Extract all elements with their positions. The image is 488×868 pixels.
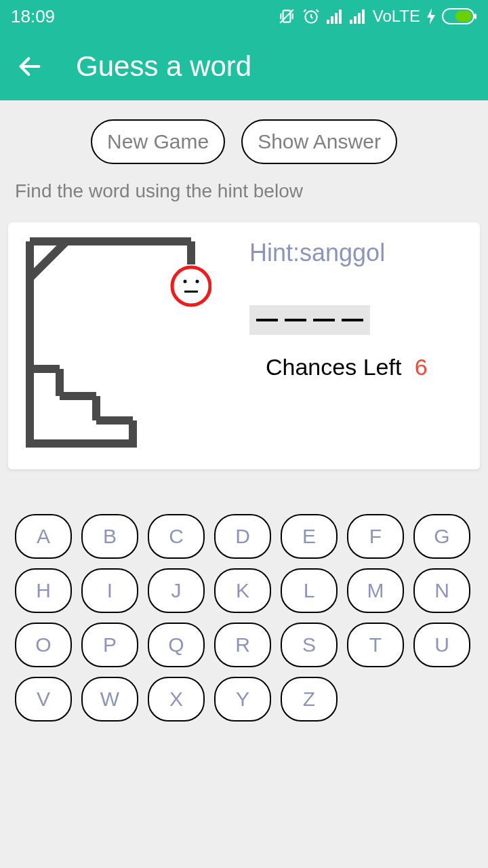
key-k[interactable]: K bbox=[214, 568, 271, 613]
key-f[interactable]: F bbox=[347, 514, 404, 559]
letter-blank bbox=[285, 319, 306, 321]
signal-icon-2 bbox=[350, 9, 366, 24]
page-title: Guess a word bbox=[76, 50, 251, 83]
key-n[interactable]: N bbox=[413, 568, 470, 613]
charging-icon bbox=[427, 8, 435, 24]
battery-icon bbox=[442, 8, 477, 24]
key-i[interactable]: I bbox=[81, 568, 138, 613]
key-l[interactable]: L bbox=[281, 568, 338, 613]
key-b[interactable]: B bbox=[81, 514, 138, 559]
key-u[interactable]: U bbox=[413, 623, 470, 667]
key-m[interactable]: M bbox=[347, 568, 404, 613]
svg-rect-5 bbox=[335, 13, 338, 24]
key-p[interactable]: P bbox=[81, 623, 138, 667]
svg-rect-9 bbox=[358, 13, 361, 24]
svg-point-27 bbox=[184, 280, 187, 283]
instruction-text: Find the word using the hint below bbox=[0, 164, 488, 202]
hangman-drawing bbox=[22, 237, 211, 450]
key-j[interactable]: J bbox=[148, 568, 205, 613]
back-arrow-icon[interactable] bbox=[16, 53, 43, 80]
key-z[interactable]: Z bbox=[281, 677, 338, 722]
game-card: Hint:sanggol Chances Left 6 bbox=[8, 222, 480, 469]
letter-keyboard: ABCDEFGHIJKLMNOPQRSTUVWXYZ bbox=[0, 514, 488, 722]
svg-line-1 bbox=[280, 9, 293, 23]
svg-point-28 bbox=[196, 280, 199, 283]
volte-label: VoLTE bbox=[373, 7, 420, 26]
vibrate-off-icon bbox=[278, 7, 296, 25]
svg-point-26 bbox=[172, 267, 210, 305]
keyboard-row: ABCDEFG bbox=[15, 514, 473, 559]
svg-line-17 bbox=[30, 241, 66, 278]
letter-blank bbox=[342, 319, 363, 321]
key-y[interactable]: Y bbox=[214, 677, 271, 722]
key-a[interactable]: A bbox=[15, 514, 72, 559]
status-icons: VoLTE bbox=[278, 7, 477, 26]
status-bar: 18:09 VoLTE bbox=[0, 0, 488, 33]
key-s[interactable]: S bbox=[281, 623, 338, 667]
letter-blank bbox=[313, 319, 335, 321]
svg-rect-6 bbox=[339, 9, 342, 24]
hint-value: sanggol bbox=[300, 239, 385, 267]
key-q[interactable]: Q bbox=[148, 623, 205, 667]
svg-rect-8 bbox=[354, 16, 357, 24]
keyboard-row: OPQRSTU bbox=[15, 623, 473, 667]
svg-rect-7 bbox=[350, 20, 352, 24]
alarm-icon bbox=[302, 7, 320, 25]
new-game-button[interactable]: New Game bbox=[91, 119, 225, 164]
key-e[interactable]: E bbox=[281, 514, 338, 559]
svg-rect-12 bbox=[455, 11, 472, 22]
hint-text: Hint:sanggol bbox=[249, 239, 385, 267]
chances-label: Chances Left bbox=[266, 354, 401, 380]
keyboard-row: VWXYZ bbox=[15, 677, 473, 722]
letter-blank bbox=[256, 319, 278, 321]
show-answer-button[interactable]: Show Answer bbox=[241, 119, 397, 164]
key-t[interactable]: T bbox=[347, 623, 404, 667]
key-r[interactable]: R bbox=[214, 623, 271, 667]
key-o[interactable]: O bbox=[15, 623, 72, 667]
key-v[interactable]: V bbox=[15, 677, 72, 722]
chances-value: 6 bbox=[415, 354, 428, 380]
word-blanks bbox=[249, 305, 370, 335]
key-h[interactable]: H bbox=[15, 568, 72, 613]
key-x[interactable]: X bbox=[148, 677, 205, 722]
action-row: New Game Show Answer bbox=[0, 119, 488, 164]
chances-row: Chances Left 6 bbox=[266, 354, 428, 380]
key-w[interactable]: W bbox=[81, 677, 138, 722]
svg-rect-13 bbox=[474, 14, 476, 19]
app-bar: Guess a word bbox=[0, 33, 488, 100]
status-time: 18:09 bbox=[11, 6, 55, 27]
hint-label: Hint: bbox=[249, 239, 300, 267]
svg-rect-10 bbox=[362, 9, 365, 24]
keyboard-row: HIJKLMN bbox=[15, 568, 473, 613]
svg-rect-4 bbox=[331, 16, 333, 24]
card-right: Hint:sanggol Chances Left 6 bbox=[249, 237, 466, 450]
key-d[interactable]: D bbox=[214, 514, 271, 559]
face-icon bbox=[172, 267, 210, 305]
signal-icon bbox=[327, 9, 343, 24]
key-c[interactable]: C bbox=[148, 514, 205, 559]
svg-rect-3 bbox=[327, 20, 329, 24]
key-g[interactable]: G bbox=[413, 514, 470, 559]
